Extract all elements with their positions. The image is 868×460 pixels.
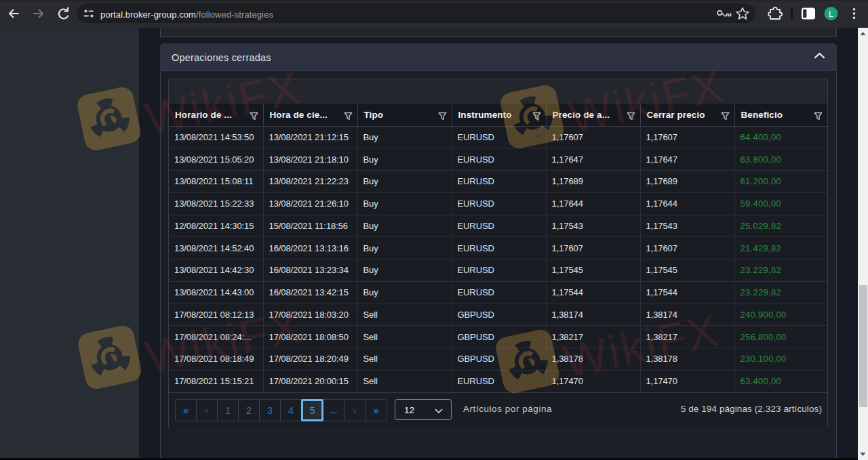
- svg-text:L: L: [829, 9, 833, 19]
